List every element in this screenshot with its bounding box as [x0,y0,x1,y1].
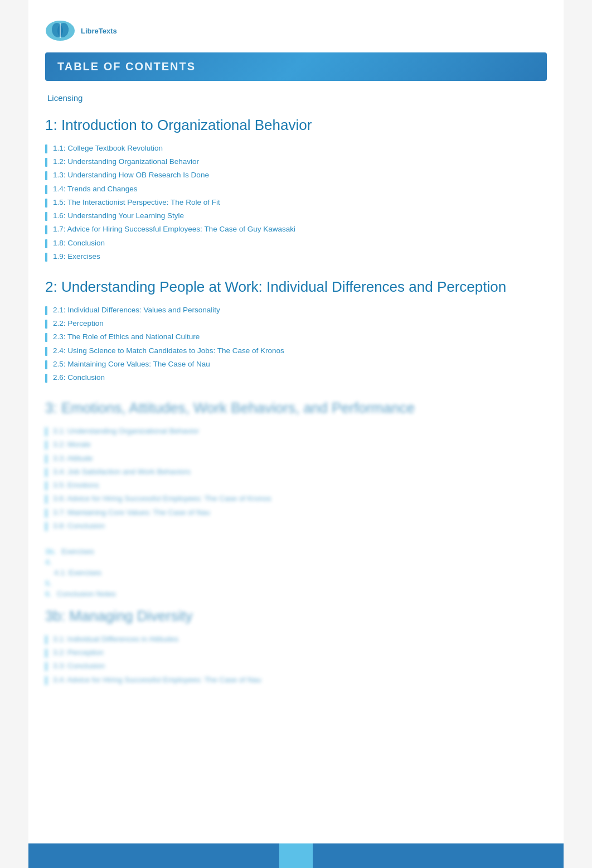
section-bar [45,158,47,167]
section-link[interactable]: 2.1: Individual Differences: Values and … [53,305,220,316]
section-bar [45,455,47,464]
list-item: 2.5: Maintaining Core Values: The Case o… [45,359,547,370]
section-bar [45,374,47,383]
list-item: 1.1: College Textbook Revolution [45,143,547,154]
list-item: 1.2: Understanding Organizational Behavi… [45,156,547,167]
list-item: 1.3: Understanding How OB Research Is Do… [45,170,547,181]
list-item: 3.8: Conclusion [45,520,547,532]
section-bar [45,441,47,450]
list-item: 1.4: Trends and Changes [45,184,547,195]
list-item: 3.3: Attitude [45,453,547,464]
list-item: 2.2: Perception [45,318,547,329]
section-link[interactable]: 1.9: Exercises [53,251,100,262]
section-bar [45,481,47,490]
section-bar [45,239,47,248]
section-bar [45,676,47,685]
section-link[interactable]: 1.1: College Textbook Revolution [53,143,163,154]
section-link[interactable]: 1.2: Understanding Organizational Behavi… [53,156,199,167]
logo-area: LibreTexts [45,11,547,47]
list-item: 2.1: Individual Differences: Values and … [45,305,547,316]
section-bar [45,199,47,208]
section-link[interactable]: 1.6: Understanding Your Learning Style [53,210,184,221]
svg-text:LibreTexts: LibreTexts [81,27,117,35]
list-item: 3.6: Advice for Hiring Successful Employ… [45,493,547,504]
section-link: 3.8: Conclusion [53,520,105,532]
section-bar [45,144,47,153]
section-link[interactable]: 1.5: The Interactionist Perspective: The… [53,197,220,208]
list-item: 2.4: Using Science to Match Candidates t… [45,345,547,356]
list-item: 1.9: Exercises [45,251,547,262]
list-item: 3.2: Morale [45,439,547,450]
section-bar [45,495,47,504]
chapter-1-sections: 1.1: College Textbook Revolution1.2: Und… [45,143,547,262]
list-item: 3.3: Conclusion [45,660,547,672]
section-bar [45,225,47,234]
section-link: 3.7: Maintaining Core Values: The Case o… [53,507,210,518]
section-link[interactable]: 2.4: Using Science to Match Candidates t… [53,345,284,356]
chapter-2: 2: Understanding People at Work: Individ… [45,278,547,383]
footer-bar-right [313,843,564,868]
blurred-chapter-managing-diversity: 3b: Managing Diversity 3.1: Individual D… [45,607,547,686]
section-bar [45,509,47,518]
section-link: 3.4: Job Satisfaction and Work Behaviors [53,466,191,478]
section-bar [45,635,47,644]
section-bar [45,306,47,315]
section-link: 3.4: Advice for Hiring Successful Employ… [53,674,261,686]
section-bar [45,333,47,342]
section-bar [45,468,47,477]
section-link[interactable]: 2.5: Maintaining Core Values: The Case o… [53,359,210,370]
page-container: LibreTexts TABLE OF CONTENTS Licensing 1… [28,0,564,868]
section-bar [45,171,47,180]
blurred-managing-sections: 3.1: Individual Differences in Attitudes… [45,634,547,686]
section-bar [45,253,47,262]
licensing-link[interactable]: Licensing [45,93,547,103]
section-bar [45,212,47,221]
section-link: 3.2: Perception [53,647,104,658]
section-bar [45,427,47,436]
list-item: 3.5: Emotions [45,480,547,491]
section-bar [45,649,47,658]
footer-bar-center [279,843,313,868]
section-bar [45,347,47,356]
list-item: 3.4: Advice for Hiring Successful Employ… [45,674,547,686]
list-item: 3.7: Maintaining Core Values: The Case o… [45,507,547,518]
blurred-chapter-3: 3: Emotions, Attitudes, Work Behaviors, … [45,399,547,532]
chapter-1-heading[interactable]: 1: Introduction to Organizational Behavi… [45,116,547,135]
blurred-chapters: 3: Emotions, Attitudes, Work Behaviors, … [45,399,547,686]
logo-text: LibreTexts [80,25,135,37]
section-link: 3.1: Understanding Organizational Behavi… [53,426,199,437]
section-link[interactable]: 2.3: The Role of Ethics and National Cul… [53,331,200,343]
list-item: 1.7: Advice for Hiring Successful Employ… [45,224,547,235]
footer-bar [28,843,564,868]
section-link[interactable]: 1.4: Trends and Changes [53,184,138,195]
section-link: 3.3: Conclusion [53,660,105,672]
list-item: 3.2: Perception [45,647,547,658]
section-link: 3.5: Emotions [53,480,99,491]
list-item: 3.4: Job Satisfaction and Work Behaviors [45,466,547,478]
section-bar [45,662,47,671]
footer-bar-left [28,843,279,868]
chapter-2-sections: 2.1: Individual Differences: Values and … [45,305,547,384]
toc-header: TABLE OF CONTENTS [45,52,547,81]
list-item: 2.3: The Role of Ethics and National Cul… [45,331,547,343]
section-link: 3.1: Individual Differences in Attitudes [53,634,178,645]
section-bar [45,360,47,369]
list-item: 1.5: The Interactionist Perspective: The… [45,197,547,208]
chapter-2-heading[interactable]: 2: Understanding People at Work: Individ… [45,278,547,297]
list-item: 3.1: Understanding Organizational Behavi… [45,426,547,437]
list-item: 1.8: Conclusion [45,238,547,249]
section-link[interactable]: 1.7: Advice for Hiring Successful Employ… [53,224,295,235]
section-link[interactable]: 1.3: Understanding How OB Research Is Do… [53,170,209,181]
list-item: 1.6: Understanding Your Learning Style [45,210,547,221]
section-link[interactable]: 2.6: Conclusion [53,372,105,383]
section-bar [45,320,47,329]
section-link: 3.3: Attitude [53,453,93,464]
section-link: 3.6: Advice for Hiring Successful Employ… [53,493,271,504]
chapter-1: 1: Introduction to Organizational Behavi… [45,116,547,262]
section-link[interactable]: 1.8: Conclusion [53,238,105,249]
section-link[interactable]: 2.2: Perception [53,318,104,329]
section-bar [45,185,47,194]
blurred-managing-diversity-heading: 3b: Managing Diversity [45,607,547,626]
list-item: 3.1: Individual Differences in Attitudes [45,634,547,645]
list-item: 2.6: Conclusion [45,372,547,383]
